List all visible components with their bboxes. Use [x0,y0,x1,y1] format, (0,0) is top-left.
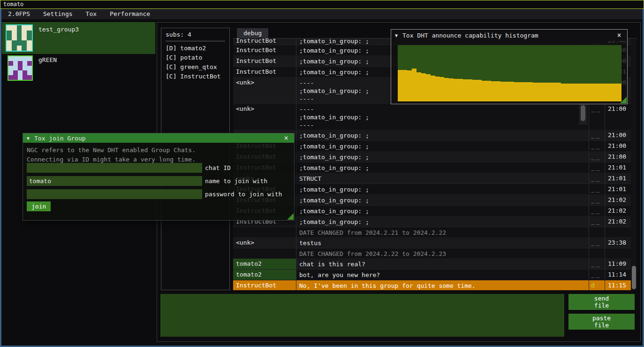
histogram-bar [533,83,538,101]
chat-scrollbar-handle[interactable] [632,266,636,289]
histogram-bar [407,70,412,101]
histogram-bar [444,78,449,101]
delivery-status: __ [589,152,605,162]
histogram-bar [449,78,454,101]
subs-count-label: subs: 4 [166,31,225,38]
identicon-cell [22,25,27,31]
menu-item-settings[interactable]: Settings [37,9,79,19]
histogram-bar [463,79,468,101]
timestamp: 21:01 [605,162,631,173]
group-item-gREEN[interactable]: gREEN [2,54,155,81]
sender-name: <unk> [233,104,296,130]
delivery-status: __ [589,238,605,248]
dht-histogram-window[interactable]: ▼ Tox DHT announce capability histogram … [391,29,628,104]
timestamp: 23:38 [605,238,631,248]
delivery-status: __ [589,216,605,227]
delivery-status: __ [589,173,605,184]
histogram-bar [580,84,584,101]
message-row[interactable]: tomato2bot, are you new here?__11:14 [233,270,631,280]
identicon-cell [8,66,13,70]
chat-scrollbar-track[interactable] [631,39,637,290]
chat-id-input[interactable] [27,163,202,173]
window-border-left [0,0,1,347]
histogram-bar [421,73,426,101]
message-row[interactable]: <unk>testus__23:38 [233,238,631,248]
identicon-cell [27,36,32,41]
subs-member-tomato2[interactable]: [D] tomato2 [166,44,225,53]
join-button[interactable]: join [27,201,51,211]
identicon-cell [13,56,18,61]
delivery-status: __ [589,130,605,140]
identicon-cell [13,70,18,75]
identicon-cell [8,75,13,80]
histogram-bar [431,76,435,101]
message-row[interactable]: InstructBotNo, I've been in this group f… [233,280,631,290]
join-name-label: name to join with [205,177,267,185]
chevron-down-icon[interactable]: ▼ [27,136,30,141]
message-row[interactable]: <unk>----;tomato_in_group: ;----__21:00 [233,104,631,130]
dht-histogram-titlebar[interactable]: ▼ Tox DHT announce capability histogram … [391,30,627,41]
resize-grip[interactable] [620,97,627,103]
histogram-bar [523,82,528,101]
identicon-cell [27,56,32,61]
send-file-button[interactable]: send file [568,294,635,310]
background-scrollbar-handle[interactable] [581,105,585,121]
date-changed-text: DATE CHANGED from 2024.2.21 to 2024.2.22 [296,227,589,237]
histogram-bar [538,83,542,101]
histogram-bar [593,84,598,101]
window-titlebar[interactable]: tomato [0,0,644,9]
identicon-cell [12,25,17,31]
resize-grip[interactable] [287,213,294,220]
join-group-titlebar[interactable]: ▼ Tox join Group × [23,133,294,143]
subs-member-InstructBot[interactable]: [C] InstructBot [166,72,225,81]
sender-name: InstructBot [233,67,296,77]
histogram-bar [570,84,575,101]
join-group-window[interactable]: ▼ Tox join Group × NGC refers to the New… [23,133,295,221]
chevron-down-icon[interactable]: ▼ [395,33,398,38]
group-item-test_group3[interactable]: test_group3 [2,22,155,54]
subs-member-potato[interactable]: [C] potato [166,53,225,62]
histogram-bar [607,84,612,101]
message-text: ----;tomato_in_group: ;---- [296,104,589,130]
menu-item-performance[interactable]: Performance [103,9,157,19]
menu-item-tox[interactable]: Tox [79,9,103,19]
date-changed-row[interactable]: DATE CHANGED from 2024.2.22 to 2024.2.23 [233,248,631,259]
group-name: test_group3 [38,26,79,33]
sender-name: <unk> [233,238,296,248]
histogram-bar [417,72,421,101]
identicon-cell [13,66,18,70]
sender-name: <unk> [233,77,296,103]
subs-member-green_qtox[interactable]: [C] green_qtox [166,62,225,72]
delivery-status: __ [589,141,605,151]
message-text: testus [296,238,589,248]
histogram-bar [468,79,472,101]
separator [166,41,225,41]
menu-item-fps: 2.0FPS [1,9,37,19]
tab-debug[interactable]: debug [237,28,268,39]
identicon-cell [22,31,27,36]
close-icon[interactable]: × [282,134,290,142]
dht-histogram-title: Tox DHT announce capability histogram [402,32,538,39]
identicon-cell [8,70,13,75]
histogram-bar [575,84,580,101]
histogram-bar [552,83,556,101]
close-icon[interactable]: × [615,31,623,39]
identicon-cell [27,46,32,51]
histogram-bar [454,79,458,101]
identicon-cell [27,66,32,70]
message-row[interactable]: tomato2chat is this real?__11:09 [233,259,631,270]
join-password-input[interactable] [27,189,202,199]
histogram-bar [589,84,593,101]
join-name-input[interactable] [27,176,202,186]
identicon-cell [23,70,27,75]
histogram-bar [398,70,402,101]
date-changed-row[interactable]: DATE CHANGED from 2024.2.21 to 2024.2.22 [233,227,631,238]
background-scrollbar-track[interactable] [579,104,587,125]
message-text: bot, are you new here? [296,270,589,280]
paste-file-button[interactable]: paste file [568,314,635,330]
identicon-cell [18,75,23,80]
identicon-cell [7,46,12,51]
sender-name [233,248,296,258]
message-input[interactable] [160,294,564,337]
identicon-cell [7,25,12,31]
